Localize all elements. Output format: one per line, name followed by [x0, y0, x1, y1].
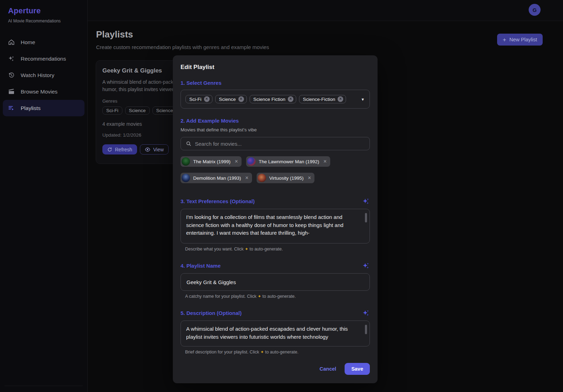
refresh-button[interactable]: Refresh	[102, 144, 137, 154]
sidebar-item-home[interactable]: Home	[3, 34, 84, 50]
movie-chip: Virtuosity (1995) ×	[257, 173, 314, 183]
topbar: G	[88, 0, 563, 21]
sidebar: Aperture AI Movie Recommendations Home R…	[0, 0, 88, 392]
auto-generate-name-button[interactable]	[362, 262, 370, 269]
movies-section-subtitle: Movies that define this playlist's vibe	[181, 127, 370, 132]
search-placeholder: Search for movies...	[195, 141, 242, 147]
remove-genre-icon[interactable]: ×	[338, 96, 343, 102]
remove-movie-icon[interactable]: ×	[235, 158, 238, 165]
remove-movie-icon[interactable]: ×	[245, 175, 249, 181]
clapperboard-icon	[8, 88, 15, 95]
genre-chip: Sci-Fi	[102, 106, 122, 115]
sidebar-item-label: Playlists	[21, 105, 41, 111]
movie-search-input[interactable]: Search for movies...	[181, 137, 370, 150]
sidebar-item-label: Home	[21, 39, 35, 46]
movie-poster-thumb	[182, 174, 190, 182]
movie-chip: The Matrix (1999) ×	[181, 156, 242, 167]
genre-chip: Science	[125, 106, 150, 115]
sparkle-emoji-icon: ✦	[258, 294, 261, 299]
save-button[interactable]: Save	[345, 363, 370, 375]
sidebar-item-browse-movies[interactable]: Browse Movies	[3, 83, 84, 100]
textarea-scrollbar[interactable]	[365, 213, 367, 222]
page-title: Playlists	[96, 29, 543, 40]
plus-icon: +	[503, 37, 506, 43]
view-button[interactable]: View	[140, 144, 169, 154]
name-section-heading: 4. Playlist Name	[181, 263, 221, 269]
preferences-textarea[interactable]: I'm looking for a collection of films th…	[181, 209, 370, 243]
sidebar-item-label: Watch History	[21, 72, 54, 78]
remove-genre-icon[interactable]: ×	[238, 96, 244, 102]
selected-genre-chip: Science Fiction ×	[250, 95, 297, 103]
remove-genre-icon[interactable]: ×	[204, 96, 210, 102]
sidebar-item-recommendations[interactable]: Recommendations	[3, 50, 84, 67]
movie-poster-thumb	[182, 157, 190, 166]
sparkles-icon	[8, 55, 15, 62]
app-logo: Aperture	[8, 6, 79, 15]
genres-section-heading: 1. Select Genres	[181, 80, 222, 86]
modal-title: Edit Playlist	[181, 64, 370, 71]
selected-movies: The Matrix (1999) × The Lawnmower Man (1…	[181, 156, 370, 183]
page-subtitle: Create custom recommendation playlists w…	[96, 44, 543, 50]
selected-genre-chip: Science ×	[215, 95, 247, 103]
name-helper: A catchy name for your playlist. Click ✦…	[185, 294, 370, 299]
sidebar-divider	[5, 386, 83, 386]
playlist-icon	[8, 105, 15, 111]
selected-genre-chip: Sci-Fi ×	[185, 95, 212, 103]
sparkle-emoji-icon: ✦	[260, 350, 264, 355]
movies-section-heading: 2. Add Example Movies	[181, 118, 239, 124]
auto-generate-description-button[interactable]	[362, 309, 370, 317]
remove-movie-icon[interactable]: ×	[323, 158, 326, 165]
sidebar-nav: Home Recommendations Watch History Brows…	[0, 34, 87, 116]
user-avatar[interactable]: G	[529, 4, 541, 16]
new-playlist-button[interactable]: + New Playlist	[497, 34, 543, 46]
description-section-heading: 5. Description (Optional)	[181, 310, 242, 316]
cancel-button[interactable]: Cancel	[320, 366, 337, 372]
preferences-section-heading: 3. Text Preferences (Optional)	[181, 198, 255, 204]
page-header: Playlists Create custom recommendation p…	[88, 21, 563, 50]
search-icon	[186, 141, 191, 146]
textarea-scrollbar[interactable]	[365, 325, 367, 334]
preferences-helper: Describe what you want. Click ✦ to auto-…	[185, 247, 370, 252]
sparkle-emoji-icon: ✦	[245, 247, 248, 252]
description-helper: Brief description for your playlist. Cli…	[185, 350, 370, 355]
refresh-icon	[107, 147, 112, 152]
home-icon	[8, 39, 15, 46]
genre-select[interactable]: Sci-Fi × Science × Science Fiction × Sci…	[181, 90, 370, 109]
movie-poster-thumb	[247, 157, 256, 166]
eye-icon	[145, 147, 150, 152]
modal-footer: Cancel Save	[181, 363, 370, 375]
description-textarea[interactable]: A whimsical blend of action-packed escap…	[181, 321, 370, 346]
movie-chip: The Lawnmower Man (1992) ×	[246, 156, 330, 167]
sidebar-item-playlists[interactable]: Playlists	[3, 100, 84, 116]
playlist-name-input[interactable]: Geeky Grit & Giggles	[181, 273, 370, 291]
remove-movie-icon[interactable]: ×	[308, 175, 311, 181]
remove-genre-icon[interactable]: ×	[288, 96, 293, 102]
sidebar-item-watch-history[interactable]: Watch History	[3, 67, 84, 83]
movie-poster-thumb	[258, 174, 266, 182]
chevron-down-icon: ▾	[361, 97, 364, 102]
sidebar-item-label: Recommendations	[21, 56, 66, 62]
sidebar-item-label: Browse Movies	[21, 89, 57, 95]
movie-chip: Demolition Man (1993) ×	[181, 173, 252, 183]
edit-playlist-modal: Edit Playlist 1. Select Genres Sci-Fi × …	[173, 55, 378, 383]
history-clock-icon	[8, 72, 15, 78]
auto-generate-preferences-button[interactable]	[362, 197, 370, 205]
selected-genre-chip: Science-Fiction ×	[299, 95, 346, 103]
app-tagline: AI Movie Recommendations	[8, 19, 79, 23]
app-root: Aperture AI Movie Recommendations Home R…	[0, 0, 563, 392]
